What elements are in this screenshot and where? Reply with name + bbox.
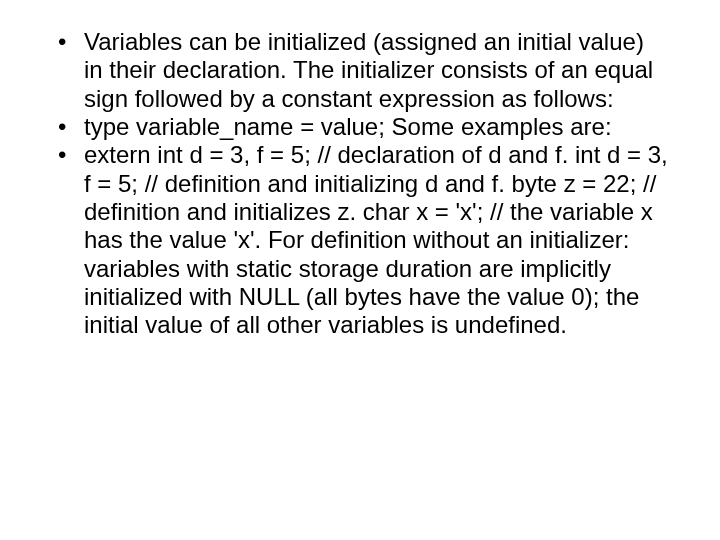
list-item: type variable_name = value; Some example… [52, 113, 668, 141]
slide: Variables can be initialized (assigned a… [0, 0, 720, 540]
bullet-list: Variables can be initialized (assigned a… [52, 28, 668, 339]
list-item: Variables can be initialized (assigned a… [52, 28, 668, 113]
list-item: extern int d = 3, f = 5; // declaration … [52, 141, 668, 339]
